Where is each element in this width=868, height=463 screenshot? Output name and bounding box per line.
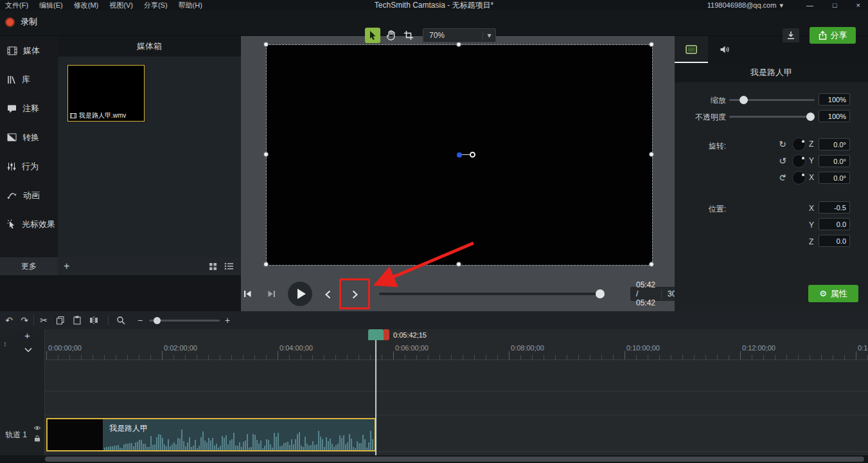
video-preview[interactable] bbox=[267, 45, 652, 265]
share-button[interactable]: 分享 bbox=[810, 27, 856, 44]
sidebar-item-animations[interactable]: 动画 bbox=[0, 181, 58, 210]
timeline-ruler[interactable]: 0:00:00;00 0:02:00;00 0:04:00;00 0:06:00… bbox=[45, 329, 868, 360]
add-track-button[interactable]: + bbox=[24, 330, 30, 341]
select-tool-button[interactable] bbox=[365, 28, 380, 43]
playback-scrubber[interactable] bbox=[379, 293, 603, 295]
add-media-button[interactable]: + bbox=[64, 261, 69, 271]
ruler-label: 0:10:00;00 bbox=[626, 344, 660, 352]
jump-back-button[interactable] bbox=[322, 288, 335, 301]
menu-item-view[interactable]: 视图(V) bbox=[109, 1, 133, 10]
playhead-out-handle[interactable] bbox=[384, 329, 389, 340]
resize-handle[interactable] bbox=[456, 262, 461, 267]
resize-handle[interactable] bbox=[649, 152, 654, 157]
track-header[interactable]: 轨道 1 bbox=[0, 417, 45, 451]
position-y-value[interactable]: 0.0 bbox=[819, 218, 850, 230]
timeline-zoom-handle[interactable] bbox=[154, 317, 161, 324]
track-lock-icon[interactable] bbox=[34, 435, 40, 444]
menu-item-file[interactable]: 文件(F) bbox=[5, 1, 28, 10]
resize-handle[interactable] bbox=[649, 42, 654, 47]
pan-tool-button[interactable] bbox=[383, 28, 398, 43]
redo-button[interactable]: ↷ bbox=[18, 314, 31, 327]
scale-value[interactable]: 100% bbox=[819, 93, 850, 105]
rotation-y-value[interactable]: 0.0° bbox=[819, 155, 850, 167]
timeline-hscrollbar[interactable] bbox=[0, 455, 868, 463]
chevron-right-icon bbox=[349, 289, 360, 300]
rotation-z-knob[interactable] bbox=[792, 138, 806, 151]
record-button[interactable]: 录制 bbox=[5, 16, 37, 28]
divider bbox=[108, 315, 109, 325]
split-button[interactable] bbox=[87, 314, 100, 327]
menu-item-help[interactable]: 帮助(H) bbox=[179, 1, 202, 10]
opacity-slider[interactable] bbox=[729, 116, 815, 118]
menu-item-modify[interactable]: 修改(M) bbox=[74, 1, 99, 10]
resize-handle[interactable] bbox=[649, 262, 654, 267]
playhead-line[interactable] bbox=[375, 340, 376, 455]
properties-button[interactable]: ⚙ 属性 bbox=[808, 285, 858, 302]
track-visibility-icon[interactable] bbox=[33, 424, 41, 433]
play-button[interactable] bbox=[288, 282, 312, 306]
film-icon bbox=[7, 46, 17, 55]
opacity-value[interactable]: 100% bbox=[819, 110, 850, 122]
grid-view-icon[interactable] bbox=[209, 262, 217, 271]
timeline-zoom-button[interactable] bbox=[114, 314, 127, 327]
media-item[interactable]: 我是路人甲.wmv bbox=[67, 65, 145, 122]
sidebar-item-behaviors[interactable]: 行为 bbox=[0, 152, 58, 181]
position-x-value[interactable]: -0.5 bbox=[819, 201, 850, 213]
position-z-value[interactable]: 0.0 bbox=[819, 235, 850, 247]
tab-audio-properties[interactable] bbox=[708, 36, 741, 63]
zoom-out-button[interactable]: − bbox=[134, 314, 146, 327]
resize-handle[interactable] bbox=[263, 42, 269, 47]
menu-item-edit[interactable]: 编辑(E) bbox=[39, 1, 63, 10]
resize-handle[interactable] bbox=[456, 42, 461, 47]
rotation-y-knob[interactable] bbox=[792, 154, 806, 168]
maximize-button[interactable]: □ bbox=[833, 1, 837, 9]
sidebar-item-library[interactable]: 库 bbox=[0, 65, 58, 94]
position-x-axis: X bbox=[809, 204, 814, 213]
tab-visual-properties[interactable] bbox=[675, 36, 708, 63]
resize-handle[interactable] bbox=[263, 262, 269, 267]
collapse-tracks-button[interactable] bbox=[24, 346, 33, 355]
canvas-zoom-select[interactable]: 70% ▾ bbox=[423, 28, 496, 42]
account-menu[interactable]: 1198046988@qq.com ▾ bbox=[707, 1, 783, 10]
scrubber-handle[interactable] bbox=[596, 289, 605, 298]
toolbar: 录制 70% ▾ 分享 bbox=[0, 10, 868, 36]
rotation-x-value[interactable]: 0.0° bbox=[819, 172, 850, 184]
sidebar-item-annotations[interactable]: 注释 bbox=[0, 94, 58, 123]
minimize-button[interactable]: — bbox=[806, 1, 813, 9]
rotation-z-value[interactable]: 0.0° bbox=[819, 138, 850, 150]
playhead-handle[interactable] bbox=[368, 329, 384, 340]
chevron-down-icon: ▾ bbox=[483, 31, 495, 40]
paste-icon bbox=[73, 316, 81, 325]
list-view-icon[interactable] bbox=[224, 262, 233, 270]
sidebar-more-button[interactable]: 更多 bbox=[0, 257, 58, 275]
sidebar-item-cursor-effects[interactable]: 光标效果 bbox=[0, 210, 58, 239]
sidebar-item-transitions[interactable]: 转换 bbox=[0, 123, 58, 152]
chevron-left-icon bbox=[323, 289, 334, 300]
opacity-slider-handle[interactable] bbox=[806, 113, 815, 121]
close-button[interactable]: × bbox=[856, 1, 860, 9]
previous-frame-button[interactable] bbox=[241, 287, 254, 300]
magnifier-icon bbox=[116, 316, 125, 325]
export-download-button[interactable] bbox=[783, 28, 799, 42]
cut-button[interactable]: ✂ bbox=[37, 314, 50, 327]
zoom-in-button[interactable]: + bbox=[221, 314, 234, 327]
hscrollbar-thumb[interactable] bbox=[45, 457, 864, 462]
copy-button[interactable] bbox=[54, 314, 67, 327]
timeline-clip[interactable]: 我是路人甲 bbox=[46, 418, 376, 451]
paste-button[interactable] bbox=[71, 314, 84, 327]
jump-forward-button[interactable] bbox=[348, 288, 361, 301]
menu-item-share[interactable]: 分享(S) bbox=[144, 1, 168, 10]
sidebar-item-media[interactable]: 媒体 bbox=[0, 36, 58, 65]
rotation-x-knob[interactable] bbox=[792, 171, 806, 185]
scale-slider-handle[interactable] bbox=[740, 96, 748, 104]
media-bin-footer: + bbox=[58, 257, 241, 275]
rotation-handle[interactable] bbox=[470, 152, 475, 158]
crop-tool-button[interactable] bbox=[401, 28, 416, 43]
track-height-icon[interactable]: ↕ bbox=[3, 340, 7, 347]
next-frame-button[interactable] bbox=[265, 287, 278, 300]
ruler-label: 0:14 bbox=[858, 344, 868, 352]
anchor-point[interactable] bbox=[457, 152, 462, 158]
resize-handle[interactable] bbox=[263, 152, 269, 157]
undo-button[interactable]: ↶ bbox=[3, 314, 15, 327]
media-bin: 媒体箱 我是路人甲.wmv + bbox=[58, 36, 241, 311]
